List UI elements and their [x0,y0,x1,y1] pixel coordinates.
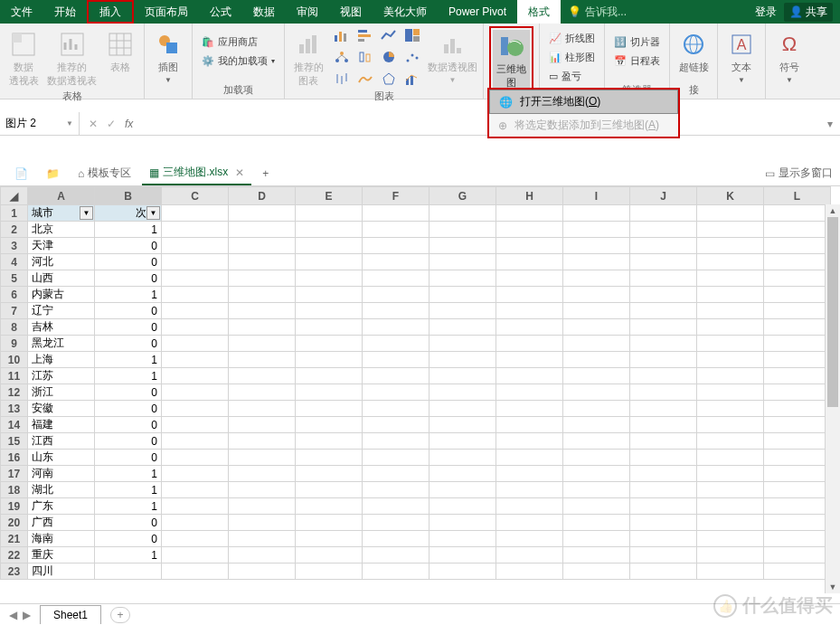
cell[interactable] [496,433,563,450]
cell-B13[interactable]: 0 [95,401,162,417]
surface-chart-icon[interactable] [355,70,375,88]
cell-A13[interactable]: 安徽 [28,401,95,417]
multiwindow-button[interactable]: 显示多窗口 [779,166,833,181]
cell[interactable] [229,531,296,547]
cell[interactable] [630,531,697,547]
row-header-11[interactable]: 11 [1,368,28,384]
table-button[interactable]: 表格 [102,26,138,74]
cell-B8[interactable]: 0 [95,319,162,336]
cell-B15[interactable]: 0 [95,433,162,450]
cell-A21[interactable]: 海南 [28,531,95,547]
filter-dropdown-icon[interactable]: ▼ [146,206,160,220]
tell-me[interactable]: 💡 告诉我... [561,0,634,24]
cell[interactable] [630,352,697,368]
cell[interactable] [563,336,630,352]
cell[interactable] [697,450,764,466]
sparkline-winloss-button[interactable]: ▭盈亏 [545,68,599,85]
cell[interactable] [162,205,229,222]
cell[interactable] [630,563,697,580]
cell[interactable] [363,433,429,450]
cell-A6[interactable]: 内蒙古 [28,287,95,303]
cell[interactable] [697,466,764,482]
cell[interactable] [296,319,363,336]
pivot-chart-button[interactable]: 数据透视图 ▼ [428,26,477,84]
cell[interactable] [229,336,296,352]
bar-chart-icon[interactable] [355,26,375,44]
cell[interactable] [429,270,496,287]
cell[interactable] [563,368,630,384]
cell[interactable] [697,401,764,417]
doctab-add[interactable]: + [255,164,276,184]
cell[interactable] [697,531,764,547]
scroll-down-icon[interactable]: ▼ [826,581,840,593]
col-header-A[interactable]: A [28,187,95,205]
cell[interactable] [496,368,563,384]
cell[interactable] [630,515,697,531]
cell[interactable] [229,368,296,384]
cell[interactable] [162,319,229,336]
cell[interactable] [162,531,229,547]
cell-A23[interactable]: 四川 [28,563,95,580]
col-header-L[interactable]: L [764,187,831,205]
tab-insert[interactable]: 插入 [87,0,134,24]
cell[interactable] [764,466,831,482]
cell-A8[interactable]: 吉林 [28,319,95,336]
cell[interactable] [162,515,229,531]
row-header-14[interactable]: 14 [1,417,28,433]
cell[interactable] [764,270,831,287]
cell[interactable] [229,466,296,482]
slicer-button[interactable]: 🔢切片器 [610,33,664,51]
cell[interactable] [429,417,496,433]
cell-A20[interactable]: 广西 [28,515,95,531]
row-header-18[interactable]: 18 [1,482,28,498]
row-header-3[interactable]: 3 [1,238,28,254]
cell-A19[interactable]: 广东 [28,498,95,515]
cell[interactable] [496,205,563,222]
cell[interactable] [162,270,229,287]
cell[interactable] [697,336,764,352]
3d-map-button[interactable]: 三维地 图 [493,30,530,91]
cell[interactable] [363,563,429,580]
cell[interactable] [764,287,831,303]
cell-A11[interactable]: 江苏 [28,368,95,384]
cell-B21[interactable]: 0 [95,531,162,547]
row-header-6[interactable]: 6 [1,287,28,303]
cell[interactable] [363,531,429,547]
doctab-templates[interactable]: ⌂模板专区 [71,162,138,185]
cell[interactable] [296,222,363,238]
timeline-button[interactable]: 📅日程表 [610,52,664,70]
col-header-E[interactable]: E [296,187,363,205]
cell-A22[interactable]: 重庆 [28,547,95,563]
cell[interactable] [296,547,363,563]
cell[interactable] [496,287,563,303]
cell-B2[interactable]: 1 [95,222,162,238]
cell[interactable] [229,384,296,401]
filter-dropdown-icon[interactable]: ▼ [80,206,93,220]
tab-beautify[interactable]: 美化大师 [373,0,438,24]
cell[interactable] [563,547,630,563]
cell[interactable] [229,563,296,580]
cell[interactable] [296,433,363,450]
cell[interactable] [630,482,697,498]
cell[interactable] [429,531,496,547]
cell[interactable] [496,401,563,417]
cell[interactable] [496,319,563,336]
cell[interactable] [764,303,831,319]
cell[interactable] [229,401,296,417]
cell[interactable] [697,515,764,531]
cell[interactable] [429,205,496,222]
cell[interactable] [697,368,764,384]
cell[interactable] [496,547,563,563]
cell[interactable] [563,466,630,482]
cell[interactable] [630,384,697,401]
sheet-tab-1[interactable]: Sheet1 [40,605,101,624]
cell[interactable] [563,254,630,270]
cell[interactable] [764,417,831,433]
cell[interactable] [162,303,229,319]
cell[interactable] [764,384,831,401]
cell[interactable] [296,482,363,498]
cell[interactable] [229,254,296,270]
cell[interactable] [563,482,630,498]
cell[interactable] [496,563,563,580]
col-header-I[interactable]: I [563,187,630,205]
